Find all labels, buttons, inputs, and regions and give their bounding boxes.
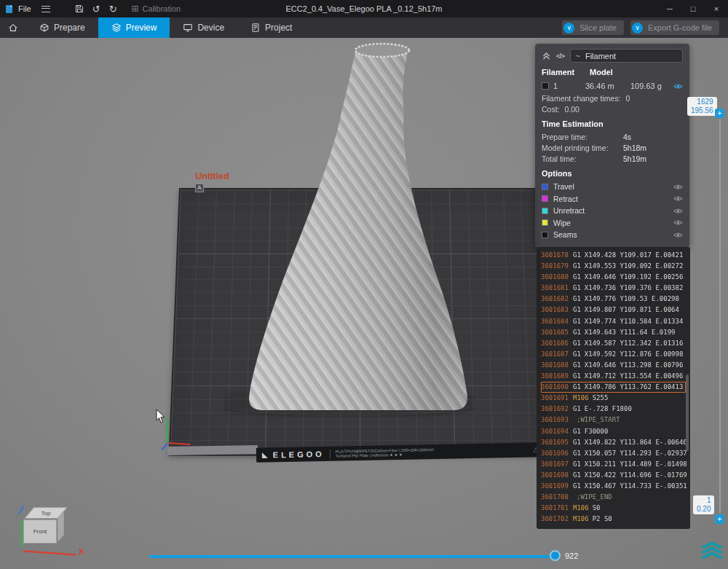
- time-value: 4s: [623, 133, 631, 141]
- gcode-line[interactable]: 3601694G1F30000: [541, 426, 686, 437]
- plate-badge[interactable]: A: [195, 184, 204, 192]
- filament-row[interactable]: 1 36.46 m 109.63 g: [542, 79, 683, 93]
- mouse-cursor: [156, 409, 166, 424]
- gcode-line[interactable]: 3601683G1X149.807 Y109.871 E.0064: [541, 305, 686, 315]
- cube-front-face[interactable]: Front: [23, 519, 57, 544]
- export-gcode-button[interactable]: ∨ Export G-code file: [630, 20, 719, 35]
- gcode-line[interactable]: 3601701M106S0: [541, 503, 686, 514]
- gcode-view-icon[interactable]: </>: [556, 52, 565, 60]
- export-dropdown-icon[interactable]: ∨: [632, 23, 643, 34]
- plate-name-label[interactable]: Untitled: [195, 171, 229, 181]
- option-visibility-toggle[interactable]: [673, 183, 683, 191]
- gcode-line[interactable]: 3601697G1X150.211 Y114.489 E-.01498: [541, 459, 686, 470]
- file-menu[interactable]: File: [18, 4, 31, 13]
- time-row: Model printing time:5h18m: [542, 142, 683, 153]
- slice-plate-button[interactable]: ∨ Slice plate: [562, 20, 624, 35]
- gcode-line-number: 3601689: [541, 371, 573, 382]
- minimize-button[interactable]: ─: [658, 0, 681, 17]
- gcode-line[interactable]: 3601686G1X149.587 Y112.342 E.01316: [541, 338, 686, 349]
- gcode-line[interactable]: 3601691M106S255: [541, 393, 686, 404]
- gcode-line[interactable]: 3601700;WIPE_END: [541, 492, 686, 503]
- option-row-unretract[interactable]: Unretract: [542, 205, 683, 217]
- layer-slider-track[interactable]: [719, 119, 721, 513]
- undo-icon[interactable]: ↺: [92, 4, 100, 14]
- filament-color-swatch[interactable]: [542, 82, 549, 90]
- gcode-line[interactable]: 3601682G1X149.776 Y109.53 E.00298: [541, 294, 686, 305]
- collapse-icon[interactable]: [542, 51, 551, 60]
- gcode-command: G1: [573, 404, 581, 415]
- gcode-line-number: 3601687: [541, 349, 573, 360]
- gcode-line[interactable]: 3601678G1X149.428 Y109.017 E.00421: [541, 250, 686, 261]
- cube-side-face[interactable]: [58, 511, 64, 542]
- panel-header: </> ~ Filament: [542, 49, 683, 63]
- gcode-params: X150.467 Y114.733 E-.00351: [585, 481, 687, 492]
- layer-slider-top-handle[interactable]: +: [715, 109, 724, 118]
- menu-icon[interactable]: [41, 6, 50, 12]
- filament-visibility-toggle[interactable]: [673, 82, 683, 90]
- tab-preview[interactable]: Preview: [98, 17, 170, 38]
- redo-icon[interactable]: ↻: [109, 4, 117, 14]
- calibration-button[interactable]: ⊞ Calibration: [132, 4, 181, 14]
- gcode-line[interactable]: 3601680G1X149.646 Y109.192 E.00256: [541, 272, 686, 283]
- option-visibility-toggle[interactable]: [673, 207, 683, 215]
- gcode-line[interactable]: 3601681G1X149.736 Y109.376 E.00382: [541, 283, 686, 294]
- gcode-line[interactable]: 3601699G1X150.467 Y114.733 E-.00351: [541, 481, 686, 492]
- home-button[interactable]: [0, 17, 26, 38]
- gcode-params: X149.428 Y109.017 E.00421: [585, 250, 683, 261]
- option-visibility-toggle[interactable]: [673, 231, 683, 239]
- option-color-swatch: [542, 195, 548, 202]
- save-icon[interactable]: [75, 4, 84, 13]
- gcode-line-number: 3601685: [541, 327, 573, 338]
- option-row-seams[interactable]: Seams: [542, 229, 683, 241]
- move-slider-track[interactable]: [149, 555, 557, 558]
- gcode-line[interactable]: 3601690G1X149.786 Y113.762 E.00413: [541, 382, 686, 393]
- tab-prepare[interactable]: Prepare: [26, 17, 98, 38]
- option-row-retract[interactable]: Retract: [542, 193, 683, 205]
- gcode-line[interactable]: 3601702M106P2 S0: [541, 514, 686, 525]
- gcode-line-number: 3601700: [541, 492, 573, 503]
- gcode-line[interactable]: 3601687G1X149.592 Y112.876 E.00998: [541, 349, 686, 360]
- gcode-viewer[interactable]: 3601678G1X149.428 Y109.017 E.00421360167…: [537, 247, 690, 529]
- gcode-line-number: 3601680: [541, 272, 573, 283]
- tabbar-spacer: [305, 17, 562, 38]
- eye-icon: [673, 195, 683, 203]
- gcode-line[interactable]: 3601693;WIPE_START: [541, 415, 686, 425]
- tab-device[interactable]: Device: [170, 17, 237, 38]
- gcode-line[interactable]: 3601696G1X150.057 Y114.293 E-.02937: [541, 448, 686, 459]
- gcode-scrollbar[interactable]: [686, 374, 689, 451]
- gcode-line[interactable]: 3601688G1X149.646 Y113.298 E.00796: [541, 360, 686, 371]
- maximize-button[interactable]: □: [681, 0, 705, 17]
- gcode-line[interactable]: 3601695G1X149.822 Y113.864 E-.00646: [541, 437, 686, 448]
- layer-slider-bottom-badge: 1 0.20: [693, 495, 714, 514]
- gcode-line-number: 3601693: [541, 415, 573, 425]
- layer-slider-bottom-handle[interactable]: +: [715, 514, 724, 524]
- tab-project[interactable]: Project: [237, 17, 305, 38]
- scheme-selected-label: Filament: [585, 52, 616, 60]
- option-visibility-toggle[interactable]: [673, 219, 683, 227]
- gcode-line-number: 3601678: [541, 250, 573, 261]
- option-row-travel[interactable]: Travel: [542, 181, 683, 193]
- gcode-params: X149.553 Y109.092 E.00272: [585, 261, 683, 272]
- move-slider-handle[interactable]: [550, 550, 561, 561]
- eye-icon: [673, 231, 683, 239]
- gcode-line[interactable]: 3601689G1X149.712 Y113.554 E.00496: [541, 371, 686, 382]
- time-label: Prepare time:: [542, 133, 623, 141]
- option-row-wipe[interactable]: Wipe: [542, 217, 683, 229]
- elegoo-brand-label: ELEGOO: [273, 450, 325, 459]
- gcode-line[interactable]: 3601692G1E-.728 F1800: [541, 404, 686, 415]
- vase-model[interactable]: [224, 41, 475, 417]
- gcode-line[interactable]: 3601684G1X149.774 Y110.584 E.01334: [541, 316, 686, 327]
- window-title: ECC2_0.4_Vase_Elegoo PLA _0.12_5h17m: [285, 4, 442, 13]
- gcode-line[interactable]: 3601679G1X149.553 Y109.092 E.00272: [541, 261, 686, 272]
- gcode-line-number: 3601696: [541, 448, 573, 459]
- navigation-cube[interactable]: Top Front X: [17, 506, 90, 567]
- color-scheme-dropdown[interactable]: ~ Filament: [570, 49, 683, 63]
- gcode-line[interactable]: 3601685G1X149.643 Y111.64 E.0199: [541, 327, 686, 338]
- gcode-line[interactable]: 3601698G1X150.422 Y114.696 E-.01769: [541, 470, 686, 481]
- plate-spec-text: PLA/TPU/ABS/PETG/Carbon-Fiber | 256×256×…: [336, 447, 435, 459]
- slice-dropdown-icon[interactable]: ∨: [563, 23, 574, 34]
- option-visibility-toggle[interactable]: [673, 195, 683, 203]
- project-icon: [250, 23, 261, 33]
- close-button[interactable]: ×: [705, 0, 728, 17]
- cost-value: 0.00: [565, 105, 579, 114]
